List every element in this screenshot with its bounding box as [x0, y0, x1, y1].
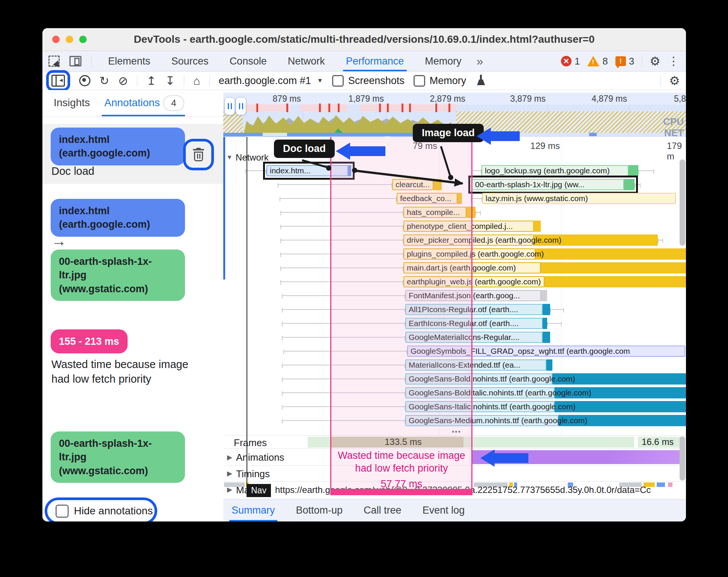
capture-settings-gear-icon[interactable]: ⚙	[669, 75, 680, 87]
network-request-bar[interactable]: FontManifest.json (earth.goog...	[405, 290, 547, 301]
network-request-bar[interactable]: main.dart.js (earth.google.com)	[403, 262, 686, 273]
network-request-label: GoogleMaterialIcons-Regular....	[409, 333, 519, 342]
error-badge[interactable]: ✕ 1	[561, 56, 580, 67]
window-title: DevTools - earth.google.com/static/multi…	[42, 33, 686, 45]
annotation-pill-index-html-2[interactable]: index.html (earth.google.com)	[51, 199, 185, 237]
network-request-label: GoogleSans-BoldItalic.nohints.ttf (earth…	[409, 388, 591, 397]
tab-summary[interactable]: Summary	[232, 499, 275, 521]
memory-checkbox[interactable]	[414, 75, 425, 87]
network-request-bar[interactable]: GoogleSans-BoldItalic.nohints.ttf (earth…	[405, 387, 686, 398]
tab-memory[interactable]: Memory	[425, 51, 462, 71]
tab-performance[interactable]: Performance	[346, 51, 404, 71]
network-request-bar[interactable]: drive_picker_compiled.js (earth.google.c…	[403, 234, 658, 246]
devtools-window: DevTools - earth.google.com/static/multi…	[42, 28, 686, 521]
clear-recording-icon[interactable]: ⊘	[118, 75, 128, 87]
collect-garbage-icon[interactable]	[475, 75, 486, 87]
annotation-pill-splash-jpg[interactable]: 00-earth-splash-1x-ltr.jpg (www.gstatic.…	[51, 249, 185, 301]
tab-elements[interactable]: Elements	[108, 51, 150, 71]
request-whisker	[475, 212, 481, 213]
network-request-bar[interactable]: GoogleMaterialIcons-Regular....	[405, 332, 550, 343]
network-request-bar[interactable]: GoogleSymbols_FILL_GRAD_opsz_wght.ttf (e…	[407, 346, 685, 357]
network-request-bar[interactable]: plugins_compiled.js (earth.google.com)	[403, 248, 686, 260]
memory-checkbox-row[interactable]: Memory	[414, 75, 466, 87]
network-request-bar[interactable]: GoogleSans-Italic.nohints.ttf (earth.goo…	[405, 401, 686, 412]
tab-insights[interactable]: Insights	[54, 97, 90, 109]
network-request-bar[interactable]: EarthIcons-Regular.otf (earth....	[405, 318, 547, 329]
network-request-bar[interactable]: GoogleSans-Bold.nohints.ttf (earth.googl…	[405, 373, 686, 385]
network-request-label: MaterialIcons-Extended.ttf (ea...	[409, 361, 520, 370]
screenshots-checkbox[interactable]	[332, 75, 344, 87]
tab-network[interactable]: Network	[288, 51, 325, 71]
request-whisker	[280, 226, 403, 227]
recording-select[interactable]: earth.google.com #1 ▼	[219, 75, 323, 87]
delete-annotation-highlight-ring	[183, 139, 214, 170]
network-request-label: main.dart.js (earth.google.com)	[407, 263, 516, 272]
annotation-pill-index-html[interactable]: index.html (earth.google.com)	[51, 128, 185, 165]
request-whisker	[245, 170, 266, 171]
chevron-down-icon: ▼	[317, 77, 323, 84]
network-request-bar[interactable]: clearcut...	[392, 179, 442, 190]
annotation-pill-time-range[interactable]: 155 - 213 ms	[51, 329, 128, 353]
trash-icon[interactable]	[193, 148, 204, 161]
screenshot-stage: DevTools - earth.google.com/static/multi…	[0, 0, 728, 577]
devtools-tab-bar: Elements Sources Console Network Perform…	[42, 51, 686, 72]
blue-arrow-image-load	[477, 128, 520, 145]
show-sidebar-icon[interactable]	[51, 75, 65, 87]
network-request-bar[interactable]: MaterialIcons-Extended.ttf (ea...	[405, 359, 552, 371]
request-whisker	[282, 392, 405, 393]
tab-event-log[interactable]: Event log	[423, 499, 465, 521]
network-request-bar[interactable]: hats_compile...	[403, 207, 475, 218]
tab-call-tree[interactable]: Call tree	[364, 499, 402, 521]
reload-and-record-icon[interactable]: ↻	[99, 75, 109, 87]
download-profile-icon[interactable]: ↧	[165, 75, 175, 87]
more-tabs-icon[interactable]: »	[477, 54, 483, 68]
network-request-label: FontManifest.json (earth.goog...	[409, 291, 520, 300]
titlebar: DevTools - earth.google.com/static/multi…	[42, 28, 686, 51]
doc-load-callout: Doc load	[274, 140, 335, 158]
network-request-label: lazy.min.js (www.gstatic.com)	[486, 194, 588, 203]
divider	[642, 56, 642, 67]
hide-annotations-checkbox[interactable]	[56, 505, 69, 518]
tab-console[interactable]: Console	[230, 51, 267, 71]
inspect-element-icon[interactable]	[48, 56, 60, 67]
sidebar-tabs: Insights Annotations 4	[42, 90, 223, 117]
network-request-bar[interactable]: index.htm...	[266, 165, 351, 176]
overflow-ellipsis[interactable]: ...	[451, 422, 461, 435]
issues-badge[interactable]: ! 3	[615, 56, 634, 67]
network-request-bar[interactable]: feedback_co...	[397, 193, 462, 204]
network-request-label: EarthIcons-Regular.otf (earth....	[409, 319, 519, 328]
annotation-pill-splash-jpg-2[interactable]: 00-earth-splash-1x-ltr.jpg (www.gstatic.…	[51, 431, 185, 483]
vertical-scrollbar[interactable]	[680, 159, 685, 246]
network-request-bar[interactable]: earthplugin_web.js (earth.google.com)	[403, 276, 686, 287]
warning-badge[interactable]: ! 8	[587, 56, 608, 67]
sidebar-toggle-highlight-ring	[46, 70, 70, 91]
link-arrow: →	[51, 233, 66, 248]
request-whisker	[638, 170, 654, 171]
tab-bottom-up[interactable]: Bottom-up	[296, 499, 343, 521]
performance-main-panel: 879 ms 1,879 ms 2,879 ms 3,879 ms 4,879 …	[223, 90, 686, 521]
network-request-bar[interactable]: All1PIcons-Regular.otf (earth....	[405, 304, 550, 315]
network-request-bar[interactable]: logo_lockup.svg (earth.google.com)	[481, 165, 638, 176]
upload-profile-icon[interactable]: ↥	[146, 75, 156, 87]
screenshots-checkbox-row[interactable]: Screenshots	[332, 75, 405, 87]
bottom-tab-bar: Summary Bottom-up Call tree Event log	[223, 499, 686, 521]
hide-annotations-label: Hide annotations	[74, 505, 153, 517]
network-request-bar[interactable]: GoogleSans-Medium.nohints.ttf (earth.goo…	[405, 415, 686, 426]
request-whisker	[280, 267, 403, 268]
record-button[interactable]	[79, 75, 90, 86]
device-toolbar-icon[interactable]	[69, 56, 81, 66]
request-whisker	[550, 309, 564, 310]
tab-annotations[interactable]: Annotations	[104, 97, 160, 109]
network-request-bar[interactable]: phenotype_client_compiled.j...	[403, 221, 541, 232]
tracks-scrollbar[interactable]	[680, 436, 685, 481]
home-live-metrics-icon[interactable]: ⌂	[193, 75, 200, 87]
network-request-bar[interactable]: lazy.min.js (www.gstatic.com)	[482, 193, 676, 204]
tab-sources[interactable]: Sources	[171, 51, 209, 71]
request-whisker	[282, 323, 405, 324]
network-request-bar[interactable]: 00-earth-splash-1x-ltr.jpg (ww...	[472, 179, 635, 190]
request-whisker	[282, 295, 405, 296]
network-track-header[interactable]: ▼ Network	[226, 152, 269, 163]
settings-gear-icon[interactable]: ⚙	[650, 55, 660, 67]
performance-toolbar: ↻ ⊘ ↥ ↧ ⌂ earth.google.com #1 ▼ Screensh…	[42, 72, 686, 90]
kebab-menu-icon[interactable]: ⋮	[668, 56, 679, 67]
